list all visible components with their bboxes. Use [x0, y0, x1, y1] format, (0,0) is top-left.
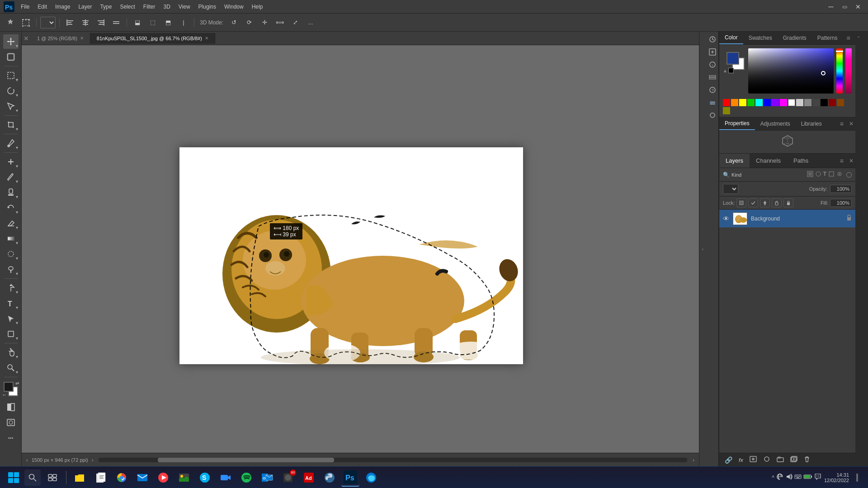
alpha-spectrum[interactable] — [845, 48, 852, 94]
align-top-button[interactable]: ⬓ — [131, 16, 144, 29]
tab-layers[interactable]: Layers — [719, 154, 750, 168]
color-panel-menu[interactable]: ≡ — [843, 34, 854, 42]
status-arrow-right[interactable]: › — [92, 457, 94, 463]
taskbar-photoshop[interactable]: Ps — [341, 469, 359, 487]
eyedropper-tool[interactable]: ▾ — [3, 136, 19, 150]
taskbar-edge[interactable] — [362, 469, 380, 487]
filter-toggle[interactable] — [846, 172, 852, 178]
history-panel-icon[interactable] — [708, 34, 717, 44]
h-scrollbar-thumb[interactable] — [158, 458, 335, 462]
3d-scale-button[interactable]: ⤢ — [288, 16, 302, 29]
taskbar-chrome[interactable] — [113, 469, 131, 487]
taskbar-volume-icon[interactable] — [785, 473, 793, 482]
layers-panel-close[interactable]: ✕ — [847, 158, 855, 164]
transform-controls-button[interactable] — [19, 16, 33, 29]
pixel-filter-icon[interactable] — [807, 171, 813, 178]
fx-button[interactable]: fx — [737, 456, 745, 464]
taskbar-spotify[interactable] — [237, 469, 255, 487]
menu-help[interactable]: Help — [248, 2, 267, 12]
delete-layer-button[interactable] — [802, 455, 812, 465]
taskbar-clock[interactable]: 14:31 12/02/2022 — [824, 472, 849, 483]
taskbar-mail[interactable] — [133, 469, 151, 487]
new-layer-button[interactable] — [788, 455, 799, 465]
swatch-cyan[interactable] — [755, 99, 763, 106]
swatch-magenta[interactable] — [780, 99, 787, 106]
taskbar-explorer[interactable] — [71, 469, 89, 487]
taskbar-photos[interactable] — [175, 469, 193, 487]
status-right-arrow[interactable]: › — [693, 457, 694, 463]
swatch-red[interactable] — [723, 99, 730, 106]
taskbar-chat-icon[interactable] — [814, 473, 821, 482]
swatch-darkred[interactable] — [829, 99, 836, 106]
learn-icon[interactable]: ? — [708, 85, 717, 95]
taskbar-network-icon[interactable] — [776, 473, 783, 482]
menu-plugins[interactable]: Plugins — [195, 2, 220, 12]
spectrum-handle[interactable] — [836, 51, 843, 52]
eraser-tool[interactable]: ▾ — [3, 216, 19, 230]
foreground-color[interactable] — [4, 382, 14, 392]
gradient-tool[interactable]: ▾ — [3, 231, 19, 246]
fill-input[interactable] — [830, 199, 852, 207]
3d-slide-button[interactable]: ⟺ — [273, 16, 287, 29]
tab-swatches[interactable]: Swatches — [743, 32, 778, 44]
swatch-black[interactable] — [821, 99, 828, 106]
taskbar-search[interactable] — [24, 469, 41, 486]
menu-select[interactable]: Select — [116, 2, 138, 12]
screen-mode-button[interactable] — [3, 415, 19, 430]
align-hmiddle-button[interactable]: | — [177, 16, 190, 29]
menu-view[interactable]: View — [175, 2, 194, 12]
lock-pixels-btn[interactable] — [736, 198, 746, 207]
align-center-button[interactable] — [79, 16, 92, 29]
align-left-button[interactable] — [63, 16, 77, 29]
marquee-tool[interactable]: ▾ ▾ — [3, 68, 19, 83]
artboard-tool[interactable] — [3, 50, 19, 64]
lock-image-btn[interactable] — [748, 198, 758, 207]
default-colors[interactable]: ↩ — [3, 393, 6, 397]
blur-tool[interactable]: ▾ — [3, 247, 19, 261]
text-tool[interactable]: T ▾ — [3, 296, 19, 310]
group-button[interactable] — [775, 455, 786, 465]
swatch-darkorange[interactable] — [837, 99, 844, 106]
swap-colors[interactable]: ⇄ — [15, 381, 19, 386]
properties-panel-menu[interactable]: ≡ — [836, 120, 847, 127]
dodge-tool[interactable]: ▾ — [3, 262, 19, 277]
info-panel-icon[interactable]: i — [708, 60, 717, 70]
canvas-document[interactable]: ⟺ 180 px ⟻ 39 px — [179, 147, 523, 364]
more-tools-button[interactable]: ••• — [3, 431, 19, 445]
color-spectrum[interactable] — [836, 48, 843, 94]
menu-type[interactable]: Type — [96, 2, 115, 12]
layer-visibility-icon[interactable]: 👁 — [723, 215, 729, 222]
quick-mask-button[interactable] — [3, 400, 19, 414]
3d-roll-button[interactable]: ⟳ — [242, 16, 256, 29]
foreground-swatch[interactable] — [726, 52, 739, 65]
taskbar-badge-app[interactable]: 80 — [279, 469, 297, 487]
opacity-input[interactable] — [830, 185, 852, 193]
taskbar-acrobat[interactable]: Ad — [300, 469, 318, 487]
swatch-orange[interactable] — [731, 99, 738, 106]
menu-window[interactable]: Window — [221, 2, 247, 12]
taskbar-zoom[interactable] — [217, 469, 235, 487]
layer-dropdown[interactable]: Layer — [40, 17, 56, 28]
minimize-button[interactable]: ─ — [825, 1, 837, 12]
text-filter-icon[interactable]: T — [823, 171, 826, 178]
taskbar-battery-icon[interactable] — [803, 473, 812, 482]
auto-select-button[interactable] — [4, 16, 17, 29]
layer-comps-icon[interactable] — [708, 72, 717, 82]
taskbar-arrow-icon[interactable]: ^ — [772, 474, 774, 481]
layers-panel-menu[interactable]: ≡ — [836, 157, 847, 164]
history-brush-tool[interactable]: ▾ — [3, 201, 19, 215]
taskbar-keyboard-icon[interactable] — [794, 473, 802, 482]
properties-panel-close[interactable]: ✕ — [847, 121, 855, 127]
align-bottom-button[interactable]: ⬒ — [161, 16, 175, 29]
tab-libraries[interactable]: Libraries — [796, 118, 827, 130]
menu-layer[interactable]: Layer — [75, 2, 95, 12]
swatch-olive[interactable] — [723, 107, 730, 114]
swatch-yellow[interactable] — [739, 99, 746, 106]
swatch-mgray[interactable] — [804, 99, 811, 106]
notification-area[interactable] — [852, 469, 863, 486]
color-picker-handle[interactable] — [821, 71, 826, 75]
swatch-purple[interactable] — [772, 99, 779, 106]
close-button[interactable]: ✕ — [852, 1, 864, 12]
link-button[interactable]: 🔗 — [723, 455, 734, 465]
3d-more-button[interactable]: ... — [304, 16, 317, 29]
